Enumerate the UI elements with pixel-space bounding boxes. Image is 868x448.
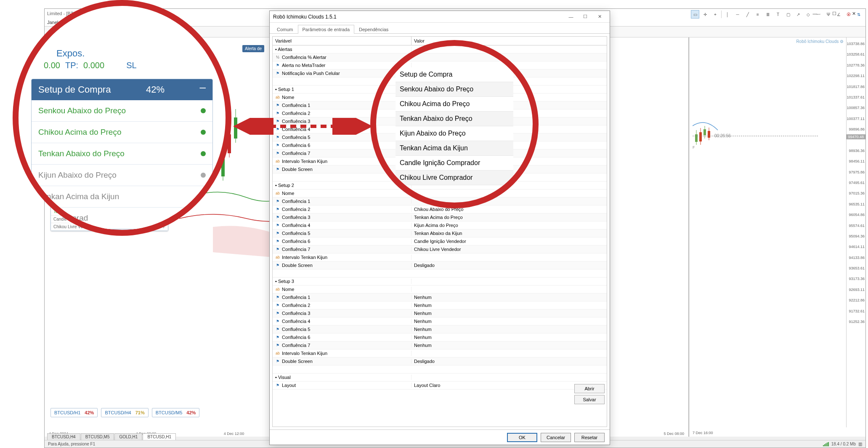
- fibo-icon[interactable]: ≣: [764, 10, 772, 19]
- trendline-icon[interactable]: ╱: [743, 10, 752, 19]
- price-tick: 91252.36: [849, 320, 865, 324]
- open-button[interactable]: Abrir: [574, 384, 605, 393]
- table-row[interactable]: ⚑Confluência 7Nenhum: [273, 341, 607, 349]
- param-icon: ab: [275, 351, 280, 356]
- price-tick: 103258.61: [847, 52, 865, 56]
- table-row[interactable]: ⚑Double ScreenDesligado: [273, 357, 607, 365]
- dialog-tabs: Comum Parâmetros de entrada Dependências: [270, 23, 610, 34]
- table-row[interactable]: ⚑Confluência 4Nenhum: [273, 317, 607, 325]
- table-row[interactable]: • Alertas: [273, 45, 607, 53]
- param-value[interactable]: Tenkan Abaixo da Kijun: [411, 231, 607, 236]
- symbol-button[interactable]: BTCUSD/H142%: [50, 408, 98, 417]
- cancel-button[interactable]: Cancelar: [541, 433, 571, 442]
- param-value[interactable]: Nenhum: [411, 311, 607, 316]
- table-row[interactable]: abIntervalo Tenkan Kijun: [273, 253, 607, 261]
- param-name: ⚑Confluência 5: [273, 327, 411, 332]
- param-value[interactable]: Kijun Acima do Preço: [411, 223, 607, 228]
- vline-icon[interactable]: │: [723, 10, 732, 19]
- table-row[interactable]: ⚑Double ScreenDesligado: [273, 261, 607, 269]
- setup-title: Setup de Compra: [38, 84, 111, 95]
- table-row[interactable]: ⚑Confluência 4Kijun Acima do Preço: [273, 221, 607, 229]
- param-icon: ⚑: [275, 151, 280, 156]
- dialog-footer: OK Cancelar Resetar: [270, 429, 610, 445]
- table-row[interactable]: • Setup 3: [273, 277, 607, 285]
- param-value[interactable]: Candle Ignição Vendedor: [411, 239, 607, 244]
- dialog-minimize[interactable]: —: [564, 12, 578, 22]
- chart-tab[interactable]: BTCUSD,M5: [81, 433, 114, 440]
- status-right: 18.4 / 0.2 Mb ▥: [823, 442, 862, 446]
- tp-value: 0.000: [83, 61, 104, 70]
- table-row[interactable]: ⚑Confluência 6Nenhum: [273, 333, 607, 341]
- table-row[interactable]: ⚑Confluência 1: [273, 197, 607, 205]
- table-row[interactable]: ⚑Confluência 3Tenkan Acima do Preço: [273, 213, 607, 221]
- param-value[interactable]: Nenhum: [411, 343, 607, 348]
- param-value[interactable]: Desligado: [411, 263, 607, 268]
- param-value[interactable]: Nenhum: [411, 303, 607, 308]
- table-row[interactable]: abNome: [273, 285, 607, 293]
- arrow-icon[interactable]: ↗: [794, 10, 802, 19]
- table-row[interactable]: abNome: [273, 189, 607, 197]
- circled-value: Senkou Abaixo do Preço: [396, 82, 513, 97]
- table-row[interactable]: ⚑Confluência 2Chikou Abaixo do Preço: [273, 205, 607, 213]
- symbol-button[interactable]: BTCUSD/H471%: [101, 408, 148, 417]
- tp-label: TP:: [65, 61, 78, 70]
- pitchfork-icon[interactable]: Ψ: [824, 10, 833, 19]
- table-row[interactable]: • Visual: [273, 373, 607, 381]
- ok-button[interactable]: OK: [507, 433, 537, 442]
- param-icon: ⚑: [275, 103, 280, 108]
- param-name: ⚑Confluência 2: [273, 207, 411, 212]
- status-dot: [201, 173, 206, 178]
- reset-button[interactable]: Resetar: [574, 433, 605, 442]
- dialog-tab-common[interactable]: Comum: [272, 25, 298, 34]
- table-row[interactable]: ⚑Confluência 6Candle Ignição Vendedor: [273, 237, 607, 245]
- param-value[interactable]: Chikou Abaixo do Preço: [411, 207, 607, 212]
- collapse-icon[interactable]: –: [200, 84, 206, 95]
- circled-value: Candle Ignição Comprador: [396, 156, 513, 171]
- symbol-button[interactable]: BTCUSD/M542%: [152, 408, 200, 417]
- price-tick: 96054.86: [849, 213, 865, 217]
- shape-icon[interactable]: ◇: [804, 10, 812, 19]
- table-row[interactable]: [273, 365, 607, 373]
- param-value[interactable]: Nenhum: [411, 295, 607, 300]
- table-row[interactable]: ⚑Confluência 2Nenhum: [273, 301, 607, 309]
- table-row[interactable]: ⚑Confluência 3Nenhum: [273, 309, 607, 317]
- rect-icon[interactable]: ▢: [784, 10, 792, 19]
- levels-icon[interactable]: ⇅: [855, 10, 863, 19]
- setup-row: Senkou Abaixo do Preço: [32, 100, 212, 122]
- crosshair-icon[interactable]: ✛: [701, 10, 709, 19]
- param-name: ⚑Confluência 7: [273, 151, 411, 156]
- channel-icon[interactable]: ≡: [754, 10, 762, 19]
- table-row[interactable]: [273, 269, 607, 277]
- cursor-icon[interactable]: ▭: [691, 10, 699, 19]
- alert-icon[interactable]: ⦿: [844, 10, 853, 19]
- hline-icon[interactable]: ─: [733, 10, 742, 19]
- table-row[interactable]: ⚑LayoutLayout Claro: [273, 381, 607, 389]
- dialog-tab-deps[interactable]: Dependências: [354, 25, 393, 34]
- plus-icon[interactable]: +: [711, 10, 719, 19]
- table-row[interactable]: ⚑Confluência 5Nenhum: [273, 325, 607, 333]
- param-value[interactable]: Tenkan Acima do Preço: [411, 215, 607, 220]
- table-row[interactable]: ⚑Confluência 5Tenkan Abaixo da Kijun: [273, 229, 607, 237]
- dialog-close[interactable]: ✕: [593, 12, 606, 22]
- save-button[interactable]: Salvar: [574, 395, 605, 404]
- text-icon[interactable]: T: [774, 10, 782, 19]
- chart-tab[interactable]: GOLD,H1: [114, 433, 142, 440]
- gann-icon[interactable]: ∠: [834, 10, 843, 19]
- table-row[interactable]: ½Confluência % Alertar: [273, 53, 607, 61]
- table-row[interactable]: ⚑Confluência 1Nenhum: [273, 293, 607, 301]
- param-value[interactable]: Nenhum: [411, 319, 607, 324]
- param-value[interactable]: Chikou Livre Vendedor: [411, 247, 607, 252]
- param-value[interactable]: Nenhum: [411, 327, 607, 332]
- chart-tab[interactable]: BTCUSD,H4: [47, 433, 80, 440]
- param-value[interactable]: Nenhum: [411, 335, 607, 340]
- symbol-pct: 42%: [186, 410, 196, 415]
- dialog-tab-inputs[interactable]: Parâmetros de entrada: [298, 25, 355, 34]
- dialog-maximize[interactable]: ☐: [579, 12, 592, 22]
- circled-value: Tenkan Acima da Kijun: [396, 141, 513, 156]
- chart-tab[interactable]: BTCUSD,H1: [143, 433, 176, 440]
- wave-icon[interactable]: 〰: [814, 10, 823, 19]
- table-row[interactable]: abIntervalo Tenkan Kijun: [273, 349, 607, 357]
- chart-right[interactable]: Robô Ichimoku Clouds ⚙ 103738.86103258.6…: [689, 37, 865, 437]
- param-value[interactable]: Desligado: [411, 359, 607, 364]
- table-row[interactable]: ⚑Confluência 7Chikou Livre Vendedor: [273, 245, 607, 253]
